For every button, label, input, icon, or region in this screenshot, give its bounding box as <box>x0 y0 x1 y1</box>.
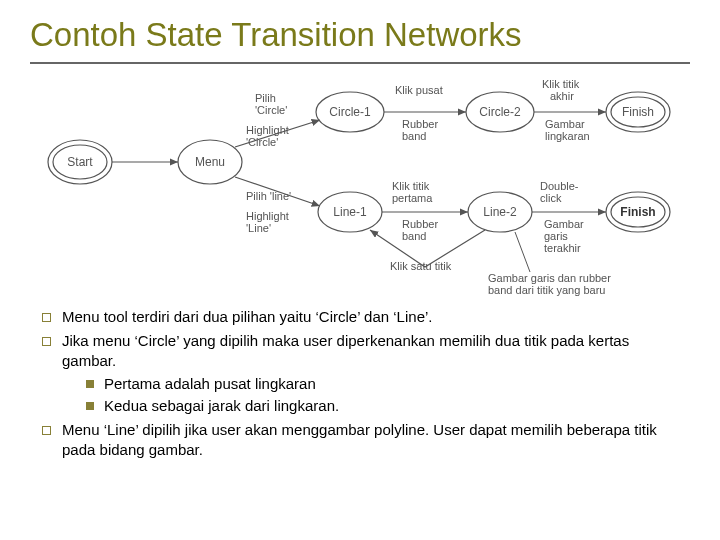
edge-garis-a: Gambar <box>544 218 584 230</box>
bullet-1-text: Menu tool terdiri dari dua pilihan yaitu… <box>62 308 432 325</box>
node-line2: Line-2 <box>483 205 517 219</box>
horizontal-rule <box>30 62 690 64</box>
edge-klik-satu: Klik satu titik <box>390 260 452 272</box>
edge-pilih-circle-2: 'Circle' <box>255 104 287 116</box>
edge-dbl-b: click <box>540 192 562 204</box>
edge-rubber2b: band <box>402 230 426 242</box>
node-line1: Line-1 <box>333 205 367 219</box>
edge-rubber1a: Rubber <box>402 118 438 130</box>
edge-dbl-a: Double- <box>540 180 579 192</box>
edge-gambar-ling-a: Gambar <box>545 118 585 130</box>
bullet-1: Menu tool terdiri dari dua pilihan yaitu… <box>40 307 680 327</box>
bullet-2-text: Jika menu ‘Circle’ yang dipilih maka use… <box>62 332 629 369</box>
state-transition-diagram: Start Menu Circle-1 Circle-2 Finish Line… <box>30 72 690 297</box>
edge-rubberloop-b: band dari titik yang baru <box>488 284 605 296</box>
edge-rubberloop-a: Gambar garis dan rubber <box>488 272 611 284</box>
edge-pilih-line: Pilih 'line' <box>246 190 291 202</box>
edge-hl-circle-1: Highlight <box>246 124 289 136</box>
bullet-2b: Kedua sebagai jarak dari lingkaran. <box>86 396 680 416</box>
bullet-2a-text: Pertama adalah pusat lingkaran <box>104 375 316 392</box>
edge-klik-pertama-b: pertama <box>392 192 433 204</box>
edge-klik-akhir: akhir <box>550 90 574 102</box>
body-text: Menu tool terdiri dari dua pilihan yaitu… <box>30 307 690 461</box>
edge-pilih-circle-1: Pilih <box>255 92 276 104</box>
node-circle2: Circle-2 <box>479 105 521 119</box>
bullet-3: Menu ‘Line’ dipilih jika user akan mengg… <box>40 420 680 461</box>
edge-klik-pertama-a: Klik titik <box>392 180 430 192</box>
edge-klik-pusat: Klik pusat <box>395 84 443 96</box>
node-finish-top: Finish <box>622 105 654 119</box>
edge-klik-titik: Klik titik <box>542 78 580 90</box>
edge-hl-circle-2: 'Circle' <box>246 136 278 148</box>
bullet-2a: Pertama adalah pusat lingkaran <box>86 374 680 394</box>
slide-title: Contoh State Transition Networks <box>30 16 690 54</box>
edge-rubber2a: Rubber <box>402 218 438 230</box>
bullet-3-text: Menu ‘Line’ dipilih jika user akan mengg… <box>62 421 657 458</box>
node-start: Start <box>67 155 93 169</box>
edge-gambar-ling-b: lingkaran <box>545 130 590 142</box>
edge-hl-line-b: 'Line' <box>246 222 271 234</box>
node-circle1: Circle-1 <box>329 105 371 119</box>
node-menu: Menu <box>195 155 225 169</box>
edge-garis-c: terakhir <box>544 242 581 254</box>
bullet-2b-text: Kedua sebagai jarak dari lingkaran. <box>104 397 339 414</box>
edge-rubber1b: band <box>402 130 426 142</box>
slide: Contoh State Transition Networks Start M… <box>0 0 720 540</box>
edge-garis-b: garis <box>544 230 568 242</box>
bullet-2: Jika menu ‘Circle’ yang dipilih maka use… <box>40 331 680 416</box>
node-finish-bottom: Finish <box>620 205 655 219</box>
svg-line-18 <box>515 232 530 272</box>
edge-hl-line-a: Highlight <box>246 210 289 222</box>
